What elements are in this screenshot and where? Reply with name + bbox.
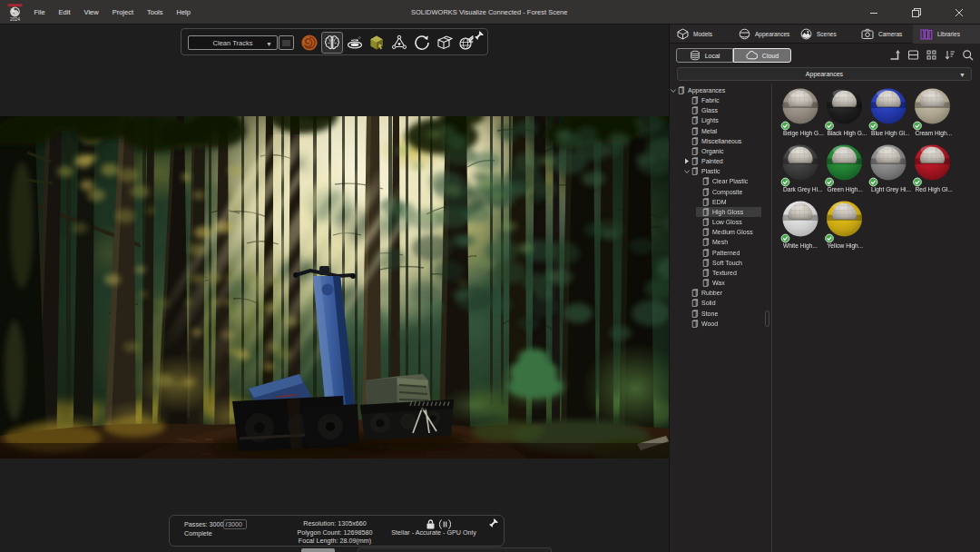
svg-text:Black High G...: Black High G... (828, 130, 867, 137)
svg-text:White High...: White High... (783, 242, 818, 250)
svg-text:Yellow High...: Yellow High... (828, 242, 864, 250)
svg-text:Light Grey Hi...: Light Grey Hi... (871, 186, 911, 193)
svg-text:Dark Grey Hi...: Dark Grey Hi... (783, 186, 823, 193)
svg-text:Beige High G...: Beige High G... (783, 130, 824, 137)
svg-text:Cream High...: Cream High... (916, 130, 953, 137)
svg-text:Red High Gl...: Red High Gl... (916, 186, 954, 193)
svg-text:Blue High Gl...: Blue High Gl... (871, 130, 910, 137)
svg-text:Green High...: Green High... (828, 186, 863, 193)
svg-text:2024: 2024 (10, 16, 20, 22)
